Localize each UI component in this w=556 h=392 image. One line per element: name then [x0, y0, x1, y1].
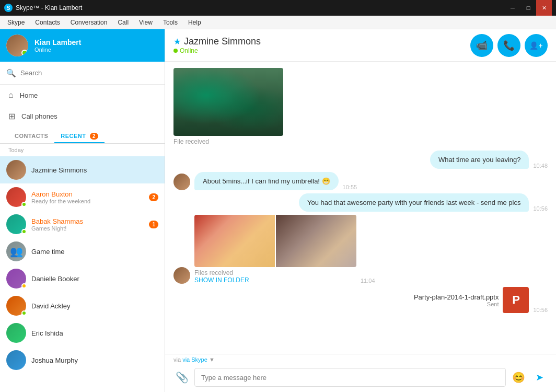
outgoing-message-2: You had that awesome party with your fri… — [173, 193, 548, 212]
nav-home-label: Home — [20, 91, 38, 99]
contact-item-joshua-murphy[interactable]: Joshua Murphy — [0, 347, 165, 374]
close-button[interactable]: ✕ — [536, 0, 552, 16]
message-time-files: 11:04 — [361, 278, 375, 284]
contact-name-joshua: Joshua Murphy — [31, 356, 158, 364]
incoming-image-message: File received — [173, 68, 548, 145]
contact-name-danielle: Danielle Booker — [31, 275, 158, 283]
contact-name-jazmine: Jazmine Simmons — [31, 166, 158, 174]
menu-call[interactable]: Call — [112, 16, 134, 29]
menu-view[interactable]: View — [134, 16, 158, 29]
contact-info-danielle: Danielle Booker — [31, 275, 158, 283]
incoming-image-placeholder — [173, 68, 283, 136]
menu-skype[interactable]: Skype — [2, 16, 30, 29]
tab-contacts[interactable]: CONTACTS — [8, 129, 54, 143]
contact-list: Today Jazmine Simmons Aaron Buxton Re — [0, 144, 165, 392]
outgoing-message-1: What time are you leaving? 10:48 — [173, 151, 548, 169]
chat-messages: File received What time are you leaving?… — [165, 62, 556, 354]
chat-actions: 📹 📞 👤+ — [470, 34, 548, 57]
via-skype-bar: via via Skype ▼ — [165, 354, 556, 365]
titlebar-left: S Skype™ - Kian Lambert — [4, 4, 82, 12]
contact-item-jazmine-simmons[interactable]: Jazmine Simmons — [0, 156, 165, 183]
avatar-image-joshua — [6, 350, 26, 370]
video-call-button[interactable]: 📹 — [470, 34, 493, 57]
menu-tools[interactable]: Tools — [158, 16, 183, 29]
avatar-aaron — [6, 187, 26, 207]
search-input[interactable] — [20, 69, 158, 77]
maximize-button[interactable]: □ — [520, 0, 536, 16]
avatar-eric — [6, 323, 26, 343]
attach-button[interactable]: 📎 — [173, 369, 190, 386]
avatar-image-jazmine — [6, 160, 26, 180]
avatar-david — [6, 296, 26, 316]
section-today: Today — [0, 144, 165, 156]
show-in-folder-link[interactable]: SHOW IN FOLDER — [194, 276, 356, 284]
contact-item-aaron-buxton[interactable]: Aaron Buxton Ready for the weekend 2 — [0, 183, 165, 211]
files-image-right — [276, 215, 356, 267]
avatar-danielle — [6, 269, 26, 289]
profile-info: Kian Lambert Online — [34, 38, 81, 53]
message-bubble-out-2: You had that awesome party with your fri… — [299, 193, 529, 212]
search-icon: 🔍 — [6, 68, 16, 78]
contact-name-aaron: Aaron Buxton — [31, 190, 144, 198]
incoming-avatar-1 — [173, 174, 190, 190]
files-block: Files received SHOW IN FOLDER — [194, 215, 356, 284]
avatar-game-time: 👥 — [6, 241, 26, 261]
via-arrow-icon[interactable]: ▼ — [209, 356, 215, 363]
message-bubble-out-1: What time are you leaving? — [430, 151, 529, 169]
ppt-inner: Party-plan-2014-1-draft.pptx Sent P — [414, 287, 529, 313]
nav-call-phones-label: Call phones — [21, 112, 57, 120]
ppt-sent-label: Sent — [414, 301, 499, 307]
incoming-avatar-files — [173, 267, 190, 284]
home-icon: ⌂ — [8, 90, 14, 100]
message-time-ppt: 10:56 — [533, 307, 548, 313]
nav-home[interactable]: ⌂ Home — [0, 85, 165, 106]
contact-name-babak: Babak Shammas — [31, 217, 144, 225]
contact-info-jazmine: Jazmine Simmons — [31, 166, 158, 174]
profile-name: Kian Lambert — [34, 38, 81, 47]
chat-status: Online — [173, 47, 470, 54]
chat-contact-info: ★ Jazmine Simmons Online — [173, 36, 470, 54]
add-contact-button[interactable]: 👤+ — [525, 34, 548, 57]
incoming-files-message: Files received SHOW IN FOLDER 11:04 — [173, 215, 548, 284]
ppt-filename: Party-plan-2014-1-draft.pptx — [414, 293, 499, 301]
titlebar-title: Skype™ - Kian Lambert — [16, 4, 82, 11]
contact-info-eric: Eric Ishida — [31, 329, 158, 337]
contact-info-david: David Ackley — [31, 302, 158, 310]
contact-item-babak-shammas[interactable]: Babak Shammas Games Night! 1 — [0, 211, 165, 238]
menu-help[interactable]: Help — [183, 16, 206, 29]
contact-item-eric-ishida[interactable]: Eric Ishida — [0, 319, 165, 347]
tab-recent[interactable]: RECENT 2 — [54, 129, 105, 143]
minimize-button[interactable]: ─ — [505, 0, 520, 16]
avatar-image-game-time: 👥 — [6, 241, 26, 261]
contact-name-david: David Ackley — [31, 302, 158, 310]
menu-conversation[interactable]: Conversation — [65, 16, 113, 29]
menubar: Skype Contacts Conversation Call View To… — [0, 16, 556, 29]
via-skype-link[interactable]: via Skype — [182, 356, 207, 363]
menu-contacts[interactable]: Contacts — [30, 16, 65, 29]
favorite-star-icon[interactable]: ★ — [173, 37, 181, 47]
contact-name-game-time: Game time — [31, 248, 158, 256]
files-image-left — [194, 215, 275, 267]
status-dot-david — [21, 310, 27, 316]
chat-contact-name: Jazmine Simmons — [184, 36, 261, 47]
send-button[interactable]: ➤ — [531, 369, 548, 386]
profile-header: Kian Lambert Online — [0, 29, 165, 62]
emoji-button[interactable]: 😊 — [510, 369, 527, 386]
search-bar[interactable]: 🔍 — [0, 62, 165, 85]
titlebar: S Skype™ - Kian Lambert ─ □ ✕ — [0, 0, 556, 16]
profile-status-dot — [21, 50, 28, 56]
chat-header: ★ Jazmine Simmons Online 📹 📞 👤+ — [165, 29, 556, 62]
nav-call-phones[interactable]: ⊞ Call phones — [0, 106, 165, 126]
contact-info-joshua: Joshua Murphy — [31, 356, 158, 364]
message-input[interactable] — [194, 368, 506, 387]
avatar-image-eric — [6, 323, 26, 343]
message-time-1: 10:48 — [533, 163, 548, 169]
chat-status-dot — [173, 49, 178, 53]
status-dot-babak — [21, 229, 27, 234]
chat-input-row: 📎 😊 ➤ — [165, 365, 556, 392]
sidebar: Kian Lambert Online 🔍 ⌂ Home ⊞ Call phon… — [0, 29, 165, 392]
contact-item-game-time[interactable]: 👥 Game time — [0, 238, 165, 265]
audio-call-button[interactable]: 📞 — [497, 34, 520, 57]
contact-item-danielle-booker[interactable]: Danielle Booker — [0, 265, 165, 292]
contact-item-david-ackley[interactable]: David Ackley — [0, 292, 165, 319]
